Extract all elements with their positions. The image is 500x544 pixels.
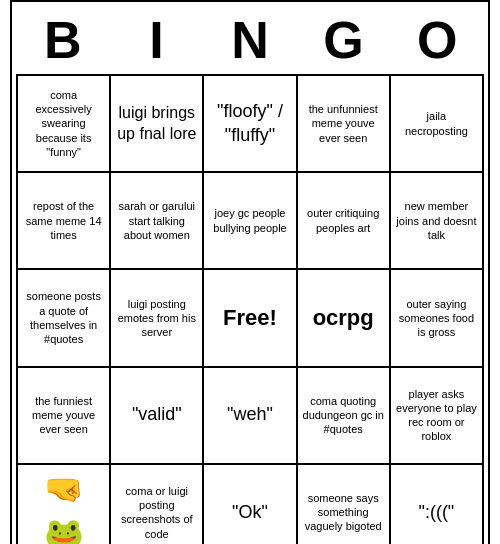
cell-r0c3: the unfunniest meme youve ever seen <box>298 76 391 173</box>
cell-r4c2: "Ok" <box>204 465 297 544</box>
title-b: B <box>23 10 103 70</box>
cell-r0c4: jaila necroposting <box>391 76 484 173</box>
cell-r1c3: outer critiquing peoples art <box>298 173 391 270</box>
cell-r3c3: coma quoting dudungeon gc in #quotes <box>298 368 391 465</box>
cell-r0c1: luigi brings up fnal lore <box>111 76 204 173</box>
cell-r4c0: 🤜 🐸 <box>18 465 111 544</box>
emoji-fist: 🤜 <box>44 469 84 511</box>
bingo-grid: coma excessively swearing because its "f… <box>16 74 484 544</box>
title-n: N <box>210 10 290 70</box>
cell-r1c0: repost of the same meme 14 times <box>18 173 111 270</box>
cell-r3c1: "valid" <box>111 368 204 465</box>
title-o: O <box>397 10 477 70</box>
title-i: I <box>116 10 196 70</box>
bingo-title: B I N G O <box>16 6 484 74</box>
cell-r1c4: new member joins and doesnt talk <box>391 173 484 270</box>
cell-r1c2: joey gc people bullying people <box>204 173 297 270</box>
cell-r3c0: the funniest meme youve ever seen <box>18 368 111 465</box>
cell-r1c1: sarah or garului start talking about wom… <box>111 173 204 270</box>
cell-r2c2-free: Free! <box>204 270 297 367</box>
cell-r4c1: coma or luigi posting screenshots of cod… <box>111 465 204 544</box>
cell-r3c2: "weh" <box>204 368 297 465</box>
title-g: G <box>304 10 384 70</box>
cell-r3c4: player asks everyone to play rec room or… <box>391 368 484 465</box>
cell-r2c3: ocrpg <box>298 270 391 367</box>
cell-r2c0: someone posts a quote of themselves in #… <box>18 270 111 367</box>
emoji-frog: 🐸 <box>44 514 84 544</box>
cell-r2c4: outer saying someones food is gross <box>391 270 484 367</box>
cell-r4c3: someone says something vaguely bigoted <box>298 465 391 544</box>
cell-r2c1: luigi posting emotes from his server <box>111 270 204 367</box>
bingo-card: B I N G O coma excessively swearing beca… <box>10 0 490 544</box>
cell-r0c2: "floofy" / "fluffy" <box>204 76 297 173</box>
cell-r0c0: coma excessively swearing because its "f… <box>18 76 111 173</box>
cell-r4c4: ":(((" <box>391 465 484 544</box>
